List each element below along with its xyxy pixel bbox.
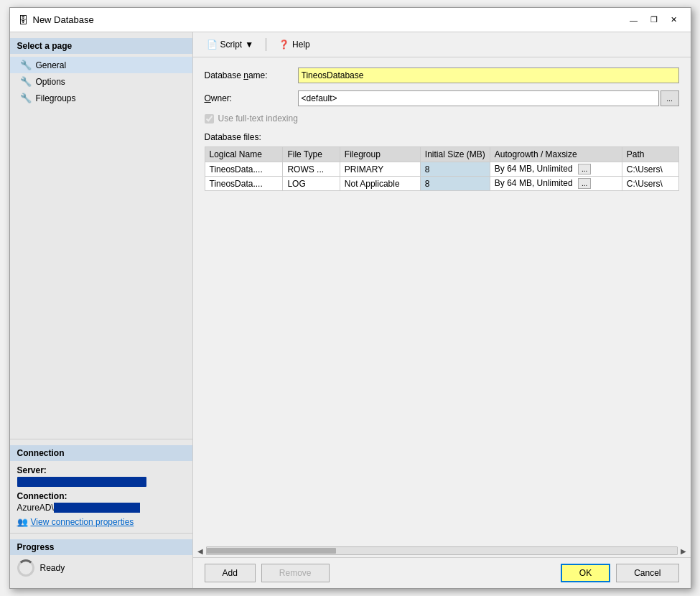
sidebar-item-general-label: General <box>36 60 67 70</box>
owner-browse-button[interactable]: ... <box>661 90 679 106</box>
row1-initial-size[interactable]: 8 <box>420 162 490 177</box>
progress-title: Progress <box>10 539 192 555</box>
row2-autogrowth: By 64 MB, Unlimited ... <box>490 177 622 191</box>
owner-input[interactable] <box>298 90 659 106</box>
row2-autogrowth-button[interactable]: ... <box>578 178 591 189</box>
progress-section: Progress Ready <box>10 533 192 582</box>
database-files-table: Logical Name File Type Filegroup Initial… <box>205 146 679 191</box>
row1-logical-name: TineosData.... <box>205 162 283 177</box>
database-name-label: Database name: <box>205 70 298 80</box>
window-title: New Database <box>33 14 94 25</box>
scroll-thumb <box>207 548 336 554</box>
title-bar-left: 🗄 New Database <box>17 14 94 26</box>
row1-path: C:\Users\ <box>622 162 678 177</box>
toolbar-separator <box>266 38 266 51</box>
azure-value <box>54 503 140 513</box>
restore-button[interactable]: ❐ <box>645 12 663 28</box>
fulltext-row: Use full-text indexing <box>205 113 679 124</box>
table-action-buttons: Add Remove <box>205 564 330 582</box>
remove-button[interactable]: Remove <box>261 564 330 582</box>
row1-autogrowth: By 64 MB, Unlimited ... <box>490 162 622 177</box>
scroll-right-arrow[interactable]: ▶ <box>681 547 686 555</box>
add-button[interactable]: Add <box>205 564 256 582</box>
server-value <box>17 477 146 487</box>
connection-title: Connection <box>10 445 192 461</box>
close-button[interactable]: ✕ <box>665 12 683 28</box>
options-icon: 🔧 <box>20 76 32 87</box>
owner-underline: O <box>205 93 211 103</box>
sidebar-item-filegroups-label: Filegroups <box>36 93 76 103</box>
database-name-row: Database name: <box>205 67 679 83</box>
fulltext-label: Use full-text indexing <box>218 113 298 124</box>
horizontal-scrollbar[interactable] <box>206 546 678 555</box>
owner-row: Owner: ... <box>205 90 679 106</box>
right-panel: 📄 Script ▼ ❓ Help Database name: <box>193 32 691 588</box>
col-logical-name: Logical Name <box>205 147 283 162</box>
general-icon: 🔧 <box>20 60 32 70</box>
col-autogrowth: Autogrowth / Maxsize <box>490 147 622 162</box>
left-panel: Select a page 🔧 General 🔧 Options 🔧 File… <box>10 32 193 588</box>
script-label: Script <box>220 39 243 50</box>
row1-filegroup: PRIMARY <box>340 162 420 177</box>
cancel-button[interactable]: Cancel <box>616 564 678 582</box>
progress-status: Ready <box>40 563 65 573</box>
window-icon: 🗄 <box>17 14 29 26</box>
database-name-underline: n <box>243 70 248 80</box>
script-button[interactable]: 📄 Script ▼ <box>200 37 261 52</box>
new-database-dialog: 🗄 New Database — ❐ ✕ Select a page 🔧 Gen… <box>9 7 691 589</box>
row2-file-type: LOG <box>283 177 340 191</box>
horizontal-scrollbar-container: ◀ ▶ <box>193 544 691 557</box>
col-filegroup: Filegroup <box>340 147 420 162</box>
title-controls: — ❐ ✕ <box>625 12 683 28</box>
title-bar: 🗄 New Database — ❐ ✕ <box>10 8 691 32</box>
row2-initial-size[interactable]: 8 <box>420 177 490 191</box>
dialog-body: Select a page 🔧 General 🔧 Options 🔧 File… <box>10 32 691 588</box>
toolbar: 📄 Script ▼ ❓ Help <box>193 32 691 57</box>
connection-section: Connection Server: Connection: AzureAD\ … <box>10 439 192 533</box>
dialog-footer: Add Remove OK Cancel <box>193 557 691 588</box>
owner-label: Owner: <box>205 93 298 103</box>
server-label: Server: <box>17 465 185 475</box>
sidebar-item-general[interactable]: 🔧 General <box>10 57 192 73</box>
fulltext-checkbox <box>205 114 214 124</box>
content-area: Database name: Owner: ... Use full-text … <box>193 57 691 544</box>
progress-ready: Ready <box>17 559 185 577</box>
table-row[interactable]: TineosData.... LOG Not Applicable 8 By 6… <box>205 177 678 191</box>
dialog-action-buttons: OK Cancel <box>561 564 679 582</box>
view-connection-text: View connection properties <box>31 517 134 527</box>
row2-logical-name: TineosData.... <box>205 177 283 191</box>
select-page-header: Select a page <box>10 38 192 54</box>
row2-path: C:\Users\ <box>622 177 678 191</box>
col-path: Path <box>622 147 678 162</box>
sidebar-item-options[interactable]: 🔧 Options <box>10 73 192 90</box>
col-initial-size: Initial Size (MB) <box>420 147 490 162</box>
minimize-button[interactable]: — <box>625 12 643 28</box>
ok-button[interactable]: OK <box>561 564 610 582</box>
script-dropdown-icon: ▼ <box>245 39 253 50</box>
view-connection-link[interactable]: 👥 View connection properties <box>17 517 185 527</box>
row2-filegroup: Not Applicable <box>340 177 420 191</box>
connection-link-icon: 👥 <box>17 517 28 527</box>
database-name-input[interactable] <box>298 67 679 83</box>
help-button[interactable]: ❓ Help <box>272 37 317 52</box>
row1-autogrowth-button[interactable]: ... <box>578 164 591 174</box>
connection-label: Connection: <box>17 491 185 501</box>
col-file-type: File Type <box>283 147 340 162</box>
scroll-left-arrow[interactable]: ◀ <box>197 547 203 555</box>
sidebar-item-filegroups[interactable]: 🔧 Filegroups <box>10 90 192 106</box>
row1-file-type: ROWS ... <box>283 162 340 177</box>
database-files-label: Database files: <box>205 132 679 142</box>
sidebar-item-options-label: Options <box>36 77 65 87</box>
script-icon: 📄 <box>207 39 218 50</box>
progress-spinner <box>17 559 34 577</box>
help-icon: ❓ <box>279 39 289 50</box>
azure-prefix: AzureAD\ <box>17 503 54 513</box>
filegroups-icon: 🔧 <box>20 93 32 103</box>
table-row[interactable]: TineosData.... ROWS ... PRIMARY 8 By 64 … <box>205 162 678 177</box>
help-label: Help <box>292 39 310 50</box>
